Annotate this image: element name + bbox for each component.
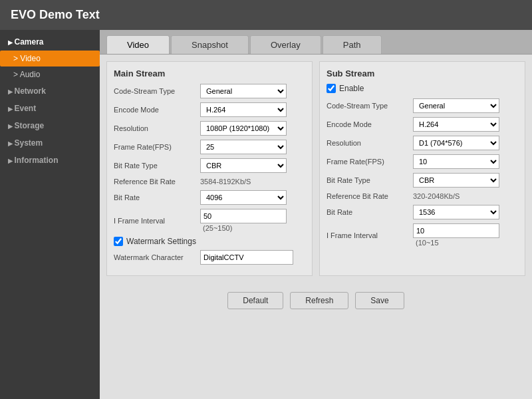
tab-snapshot[interactable]: Snapshot <box>171 35 249 54</box>
sub-encode-mode-row: Encode Mode H.264 <box>327 117 518 132</box>
sidebar-section-storage[interactable]: Storage <box>0 117 100 134</box>
main-panel: Main Stream Code-Stream Type General Enc… <box>100 55 532 399</box>
main-encode-mode-row: Encode Mode H.264 <box>114 102 305 117</box>
main-iframe-label: I Frame Interval <box>114 217 200 225</box>
sidebar-section-information[interactable]: Information <box>0 152 100 169</box>
sub-ref-bitrate-value: 320-2048Kb/S <box>413 192 460 200</box>
sub-code-stream-label: Code-Stream Type <box>327 102 413 110</box>
main-bitrate-label: Bit Rate <box>114 194 200 201</box>
main-resolution-label: Resolution <box>114 124 200 132</box>
tab-overlay[interactable]: Overlay <box>250 35 321 54</box>
main-framerate-label: Frame Rate(FPS) <box>114 143 200 151</box>
tab-path[interactable]: Path <box>323 35 382 54</box>
button-row: Default Refresh Save <box>106 285 525 316</box>
sub-stream-enable-checkbox[interactable] <box>327 84 336 93</box>
main-code-stream-row: Code-Stream Type General <box>114 84 305 98</box>
main-iframe-hint: (25~150) <box>203 224 232 232</box>
sub-iframe-input[interactable] <box>413 223 499 238</box>
sub-ref-bitrate-label: Reference Bit Rate <box>327 192 413 200</box>
main-code-stream-label: Code-Stream Type <box>114 87 200 95</box>
main-code-stream-value: General <box>200 84 305 98</box>
sub-iframe-label: I Frame Interval <box>327 231 413 239</box>
main-encode-mode-select[interactable]: H.264 <box>200 102 287 117</box>
sub-code-stream-row: Code-Stream Type General <box>327 98 518 113</box>
watermark-settings-row: Watermark Settings <box>114 237 305 246</box>
sub-iframe-row: I Frame Interval (10~15 <box>327 223 518 247</box>
sidebar-section-camera[interactable]: Camera <box>0 33 100 51</box>
main-code-stream-select[interactable]: General <box>200 84 287 98</box>
sub-stream-enable-label: Enable <box>339 84 364 93</box>
main-stream-title: Main Stream <box>114 68 305 78</box>
sub-ref-bitrate-row: Reference Bit Rate 320-2048Kb/S <box>327 192 518 201</box>
sub-stream-box: Sub Stream Enable Code-Stream Type Gener… <box>319 61 525 276</box>
watermark-checkbox[interactable] <box>114 237 123 246</box>
default-button[interactable]: Default <box>227 292 283 309</box>
main-bitrate-type-label: Bit Rate Type <box>114 162 200 170</box>
sidebar-section-network[interactable]: Network <box>0 82 100 100</box>
sub-framerate-select[interactable]: 10 <box>413 154 499 169</box>
sidebar-section-system[interactable]: System <box>0 134 100 152</box>
sidebar: Camera Video Audio Network Event Storage… <box>0 30 100 399</box>
main-bitrate-select[interactable]: 4096 <box>200 190 287 205</box>
main-bitrate-type-select[interactable]: CBR <box>200 158 287 173</box>
sub-bitrate-type-label: Bit Rate Type <box>327 176 413 184</box>
main-resolution-select[interactable]: 1080P (1920*1080) <box>200 121 287 136</box>
sub-resolution-row: Resolution D1 (704*576) <box>327 136 518 150</box>
refresh-button[interactable]: Refresh <box>290 292 348 309</box>
title-bar: EVO Demo Text <box>0 0 532 30</box>
main-bitrate-type-row: Bit Rate Type CBR <box>114 158 305 173</box>
streams-container: Main Stream Code-Stream Type General Enc… <box>106 61 525 276</box>
watermark-char-label: Watermark Character <box>114 253 200 261</box>
sub-iframe-hint: (10~15 <box>416 239 439 247</box>
sidebar-item-audio[interactable]: Audio <box>0 66 100 82</box>
sub-framerate-row: Frame Rate(FPS) 10 <box>327 154 518 169</box>
main-bitrate-row: Bit Rate 4096 <box>114 190 305 205</box>
save-button[interactable]: Save <box>355 292 404 309</box>
sidebar-section-event[interactable]: Event <box>0 100 100 117</box>
main-encode-mode-label: Encode Mode <box>114 106 200 114</box>
sub-encode-mode-select[interactable]: H.264 <box>413 117 499 132</box>
sub-bitrate-type-row: Bit Rate Type CBR <box>327 173 518 188</box>
sub-resolution-label: Resolution <box>327 139 413 147</box>
content-area: Video Snapshot Overlay Path Main Stream … <box>100 30 532 399</box>
sub-framerate-label: Frame Rate(FPS) <box>327 158 413 166</box>
main-ref-bitrate-row: Reference Bit Rate 3584-8192Kb/S <box>114 177 305 186</box>
sub-stream-title: Sub Stream <box>327 68 518 78</box>
main-resolution-row: Resolution 1080P (1920*1080) <box>114 121 305 136</box>
main-iframe-row: I Frame Interval (25~150) <box>114 209 305 233</box>
main-stream-box: Main Stream Code-Stream Type General Enc… <box>106 61 313 276</box>
main-ref-bitrate-value: 3584-8192Kb/S <box>200 178 251 186</box>
sub-bitrate-label: Bit Rate <box>327 208 413 216</box>
sidebar-item-video[interactable]: Video <box>0 51 100 66</box>
sub-resolution-select[interactable]: D1 (704*576) <box>413 136 499 150</box>
watermark-char-input[interactable] <box>200 250 293 265</box>
main-framerate-row: Frame Rate(FPS) 25 <box>114 140 305 154</box>
main-iframe-input[interactable] <box>200 209 287 223</box>
tab-video[interactable]: Video <box>106 35 170 54</box>
app-title: EVO Demo Text <box>11 8 100 22</box>
sub-stream-enable-row: Enable <box>327 84 518 93</box>
main-ref-bitrate-label: Reference Bit Rate <box>114 178 200 186</box>
sub-bitrate-select[interactable]: 1536 <box>413 205 499 219</box>
watermark-label: Watermark Settings <box>126 237 196 246</box>
sub-bitrate-row: Bit Rate 1536 <box>327 205 518 219</box>
sub-bitrate-type-select[interactable]: CBR <box>413 173 499 188</box>
sub-code-stream-select[interactable]: General <box>413 98 499 113</box>
watermark-char-row: Watermark Character <box>114 250 305 265</box>
sub-encode-mode-label: Encode Mode <box>327 120 413 128</box>
main-framerate-select[interactable]: 25 <box>200 140 287 154</box>
tab-bar: Video Snapshot Overlay Path <box>100 30 532 55</box>
